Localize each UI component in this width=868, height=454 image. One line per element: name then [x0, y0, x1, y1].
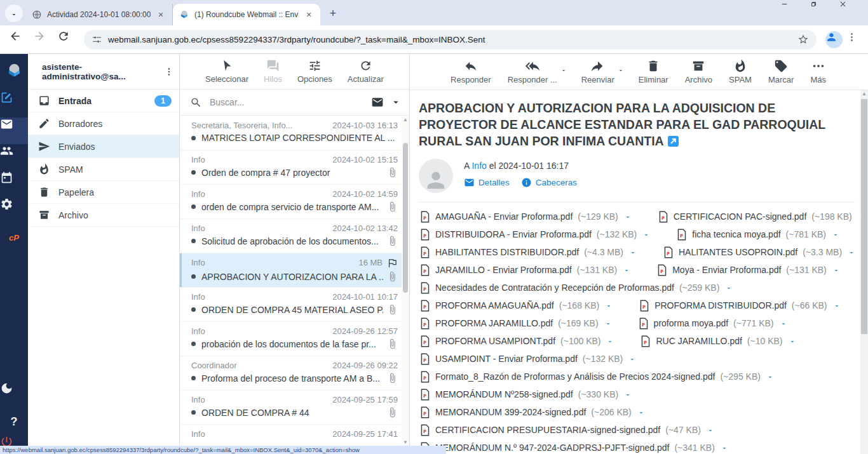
attachment-name[interactable]: PROFORMA AMAGUAÑA.pdf — [435, 300, 554, 310]
attachment-menu-chevron-icon[interactable] — [780, 319, 787, 327]
attachment-name[interactable]: PROFORMA DISTRIBUIDOR.pdf — [654, 300, 787, 310]
new-tab-button[interactable]: + — [324, 4, 342, 22]
attachment-item[interactable]: CERTIFICACION PRESUPUESTARIA-signed-sign… — [420, 424, 714, 436]
tab-close-icon[interactable]: ✕ — [156, 10, 166, 20]
message-row[interactable]: Info2024-09-25 17:41 — [180, 425, 402, 446]
attachment-menu-chevron-icon[interactable] — [721, 444, 728, 451]
attachment-item[interactable]: MEMORÁNDUM Nº258-signed.pdf(~330 KB) — [420, 389, 632, 401]
dark-mode-button[interactable] — [0, 382, 28, 408]
attachment-menu-chevron-icon[interactable] — [832, 266, 840, 274]
scroll-up-arrow[interactable]: ▲ — [402, 116, 409, 124]
search-input[interactable] — [208, 97, 365, 108]
attachment-name[interactable]: AMAGUAÑA - Enviar Proforma.pdf — [435, 211, 573, 222]
attachment-name[interactable]: JARAMILLO - Enviar Proforma.pdf — [435, 265, 572, 275]
mail-toolbar-más-button[interactable]: Más — [810, 59, 827, 84]
sidebar-item-entrada[interactable]: Entrada1 — [28, 90, 179, 112]
attachment-item[interactable]: PROFORMA JARAMILLO.pdf(~169 KB) — [420, 317, 612, 330]
message-row[interactable]: Secretaria, Tesoreria, Info...2024-10-03… — [180, 116, 402, 150]
search-scope-mail-icon[interactable] — [371, 96, 384, 109]
rail-settings-button[interactable] — [0, 197, 28, 224]
browser-menu-button[interactable] — [846, 32, 862, 47]
message-row[interactable]: Coordinador2024-09-26 09:22Proforma del … — [180, 356, 402, 391]
main-scrollbar-thumb[interactable] — [861, 99, 867, 334]
open-in-new-window-icon[interactable] — [668, 136, 679, 147]
attachment-name[interactable]: Moya - Enviar Proforma.pdf — [672, 265, 781, 275]
message-row[interactable]: Info2024-10-02 15:15Orden de compra # 47… — [180, 150, 402, 185]
attachment-item[interactable]: DISTRIBUIDORA - Enviar Proforma.pdf(~132… — [420, 229, 650, 241]
rail-calendar-button[interactable] — [0, 171, 28, 197]
sidebar-item-archivo[interactable]: Archivo — [28, 204, 179, 227]
mail-toolbar-eliminar-button[interactable]: Eliminar — [639, 59, 670, 84]
recipient-link[interactable]: Info — [471, 161, 486, 171]
help-button[interactable]: ? — [0, 408, 28, 435]
attachment-menu-chevron-icon[interactable] — [766, 373, 774, 380]
attachment-name[interactable]: MEMORÁNDUM Nº258-signed.pdf — [435, 389, 573, 399]
attachment-menu-chevron-icon[interactable] — [637, 408, 645, 416]
rail-mail-button[interactable] — [0, 117, 28, 144]
search-options-chevron-icon[interactable] — [390, 97, 402, 108]
attachment-item[interactable]: ficha tecnica moya.pdf(~781 KB) — [677, 229, 839, 241]
attachment-item[interactable]: JARAMILLO - Enviar Proforma.pdf(~131 KB) — [420, 264, 630, 276]
mail-toolbar-responder-button[interactable]: Responder — [451, 59, 492, 84]
attachment-name[interactable]: HABILITANTES DISTRIBUIDOR.pdf — [435, 247, 579, 257]
forward-button[interactable] — [33, 30, 52, 49]
attachment-name[interactable]: MEMORANDUM 399-2024-signed.pdf — [435, 407, 586, 417]
url-text[interactable]: webmail.sanjuan.gob.ec/cpsess8592294337/… — [108, 35, 792, 44]
browser-tab[interactable]: (1) Roundcube Webmail :: Envia✕ — [173, 4, 320, 25]
attachment-item[interactable]: PROFORMA AMAGUAÑA.pdf(~168 KB) — [420, 300, 613, 312]
mail-toolbar-reenviar-button[interactable]: Reenviar — [581, 59, 616, 84]
attachment-name[interactable]: RUC JARAMILLO.pdf — [656, 336, 742, 346]
attachment-name[interactable]: MEMORÁNDUM N.º 947-2024-GADPRSJ-PJFT-sig… — [435, 443, 669, 453]
sidebar-item-borradores[interactable]: Borradores — [28, 112, 179, 135]
mail-toolbar-archivo-button[interactable]: Archivo — [685, 59, 714, 84]
attachment-name[interactable]: USAMPIOINT - Enviar Proforma.pdf — [435, 354, 578, 364]
attachment-item[interactable]: AMAGUAÑA - Enviar Proforma.pdf(~129 KB) — [420, 211, 632, 223]
list-scrollbar-thumb[interactable] — [403, 143, 408, 293]
attachment-menu-chevron-icon[interactable] — [848, 248, 855, 256]
attachment-item[interactable]: USAMPIOINT - Enviar Proforma.pdf(~132 KB… — [420, 353, 636, 365]
mail-toolbar-spam-button[interactable]: SPAM — [729, 59, 753, 84]
attachment-menu-chevron-icon[interactable] — [725, 284, 733, 291]
message-row[interactable]: Info2024-10-01 10:17ORDEN DE COMPRA 45 M… — [180, 288, 402, 322]
attachment-name[interactable]: HALITANTES USOPROIN.pdf — [679, 247, 797, 257]
minimize-button[interactable] — [780, 0, 810, 25]
attachment-item[interactable]: HALITANTES USOPROIN.pdf(~3.3 MB) — [663, 246, 855, 258]
attachment-menu-chevron-icon[interactable] — [604, 319, 612, 327]
sidebar-item-enviados[interactable]: Enviados — [28, 135, 179, 158]
flag-icon[interactable] — [387, 258, 398, 269]
rail-contacts-button[interactable] — [0, 144, 28, 171]
cpanel-button[interactable]: cP — [0, 224, 28, 251]
main-scroll-up-arrow[interactable]: ▲ — [860, 90, 868, 98]
back-button[interactable] — [9, 30, 28, 49]
attachment-menu-chevron-icon[interactable] — [642, 230, 650, 238]
message-row[interactable]: Info2024-09-26 12:57probación de los doc… — [180, 322, 402, 356]
close-button[interactable] — [839, 0, 868, 25]
message-row[interactable]: Info2024-10-02 13:42Solicitud de aprobac… — [180, 219, 402, 253]
attachment-item[interactable]: PROFORMA DISTRIBUIDOR.pdf(~66 KB) — [639, 300, 840, 312]
attachment-menu-chevron-icon[interactable] — [623, 266, 630, 274]
main-scrollbar[interactable]: ▲ — [860, 90, 868, 454]
tab-close-icon[interactable]: ✕ — [304, 10, 314, 20]
attachment-menu-chevron-icon[interactable] — [628, 355, 636, 363]
list-toolbar-seleccionar-button[interactable]: Seleccionar — [205, 59, 248, 84]
attachment-menu-chevron-icon[interactable] — [629, 248, 637, 256]
site-settings-icon[interactable] — [92, 34, 102, 45]
attachment-menu-chevron-icon[interactable] — [832, 230, 839, 238]
details-button[interactable]: Detalles — [464, 177, 510, 188]
restore-button[interactable] — [810, 0, 839, 25]
sidebar-item-papelera[interactable]: Papelera — [28, 181, 179, 204]
sidebar-item-spam[interactable]: SPAM — [28, 158, 179, 181]
mail-toolbar-marcar-button[interactable]: Marcar — [768, 59, 795, 84]
mail-toolbar-responder-button[interactable]: Responder ... — [508, 59, 559, 84]
attachment-name[interactable]: DISTRIBUIDORA - Enviar Proforma.pdf — [435, 229, 592, 239]
attachment-item[interactable]: HABILITANTES DISTRIBUIDOR.pdf(~4.3 MB) — [420, 246, 637, 258]
attachment-name[interactable]: proforma moya.pdf — [654, 318, 729, 328]
compose-button[interactable] — [0, 91, 28, 117]
address-bar[interactable]: webmail.sanjuan.gob.ec/cpsess8592294337/… — [84, 30, 817, 50]
headers-button[interactable]: Cabeceras — [521, 177, 577, 188]
attachment-menu-chevron-icon[interactable] — [605, 302, 613, 309]
chevron-down-icon[interactable] — [618, 66, 624, 72]
tab-search-button[interactable] — [5, 4, 23, 22]
attachment-menu-chevron-icon[interactable] — [606, 337, 614, 345]
attachment-item[interactable]: Moya - Enviar Proforma.pdf(~131 KB) — [657, 264, 840, 276]
